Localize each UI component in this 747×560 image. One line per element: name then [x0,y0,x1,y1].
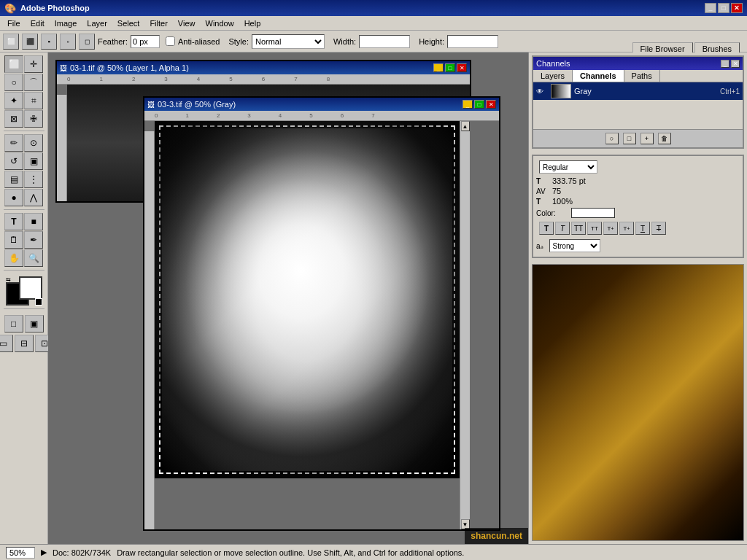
delete-channel-btn[interactable]: 🗑 [658,133,671,144]
eraser-tool[interactable]: ▣ [24,152,43,170]
shape-tool[interactable]: ■ [24,213,43,230]
channels-panel-actions: ○ □ + 🗑 [533,129,743,147]
aa-row: aₐ Strong Smooth Crisp None [536,238,740,254]
tab-paths[interactable]: Paths [624,70,660,82]
menu-select[interactable]: Select [113,18,144,29]
tab-layers[interactable]: Layers [533,70,573,82]
rect-select-btn[interactable]: ⬜ [3,34,19,50]
maximize-button[interactable]: □ [718,3,729,13]
image-window-2[interactable]: 🖼 03-3.tif @ 50% (Gray) _ □ ✕ 01234567 [143,96,500,531]
swap-colors[interactable]: ⇆ [6,276,11,283]
width-input[interactable] [359,35,410,48]
size-icon: T [536,177,549,185]
character-panel: Regular T 333.75 pt AV 75 T 100% Color: [532,155,744,258]
blur-tool[interactable]: ⋮ [24,171,43,188]
save-selection-btn[interactable]: □ [623,133,636,144]
fullscreen-btn[interactable]: ⊟ [15,335,34,352]
window1-maximize[interactable]: □ [445,63,455,72]
small-caps-btn[interactable]: TT [587,222,602,235]
faux-italic-btn[interactable]: T [555,222,570,235]
zoom-input[interactable] [6,547,35,559]
all-caps-btn[interactable]: TT [571,222,586,235]
crop-tool[interactable]: ⌗ [24,92,43,109]
style-select[interactable]: Normal Fixed Aspect Ratio Fixed Size [252,34,325,49]
channel-visibility-icon[interactable]: 👁 [536,88,548,96]
menu-layer[interactable]: Layer [82,18,112,29]
move-tool[interactable]: ✛ [24,55,43,73]
screen-mode-btn[interactable]: ▭ [0,335,13,352]
menu-filter[interactable]: Filter [145,18,171,29]
window2-controls[interactable]: _ □ ✕ [462,100,496,109]
dodge-tool[interactable]: ● [4,189,23,206]
char-font-style-row: Regular [536,159,740,175]
minimize-button[interactable]: _ [705,3,716,13]
ellipse-select-tool[interactable]: ○ [4,74,23,91]
notes-tool[interactable]: 🗒 [4,231,23,249]
pen-tool[interactable]: ⋀ [24,189,43,206]
char-color-swatch[interactable] [571,208,615,218]
scroll-up[interactable]: ▲ [461,121,470,131]
foreground-color[interactable] [19,276,42,300]
eyedropper-tool[interactable]: ✒ [24,231,43,249]
window2-maximize[interactable]: □ [474,100,484,109]
faux-bold-btn[interactable]: T [539,222,554,235]
normal-mode[interactable]: □ [4,315,23,332]
window2-canvas[interactable] [155,121,460,478]
aa-method-select[interactable]: Strong Smooth Crisp None [549,239,600,252]
magic-wand-tool[interactable]: ✦ [4,92,23,109]
superscript-btn[interactable]: T+ [603,222,618,235]
panel-min[interactable]: _ [721,60,729,68]
subscript-btn[interactable]: T+ [619,222,634,235]
window1-close[interactable]: ✕ [457,63,467,72]
type-tool[interactable]: T [4,213,23,230]
strikethrough-btn[interactable]: T [651,222,666,235]
hand-tool[interactable]: ✋ [4,249,23,267]
menu-help[interactable]: Help [240,18,266,29]
stamp-tool[interactable]: ⊙ [24,134,43,152]
menu-bar: File Edit Image Layer Select Filter View… [0,16,747,31]
v-scrollbar[interactable]: ▲ ▼ [460,121,470,529]
quick-mask-mode[interactable]: ▣ [25,315,44,332]
window2-close[interactable]: ✕ [486,100,496,109]
channel-gray[interactable]: 👁 Gray Ctrl+1 [533,82,743,100]
zoom-tool[interactable]: 🔍 [24,249,43,267]
close-button[interactable]: ✕ [731,3,743,13]
window-controls[interactable]: _ □ ✕ [705,3,743,13]
menu-edit[interactable]: Edit [26,18,49,29]
rect-select-btn5[interactable]: ◻ [79,34,95,50]
panel-close[interactable]: ✕ [731,60,740,68]
underline-btn[interactable]: T [635,222,650,235]
bottom-status: Doc: 802K/734K [53,548,111,557]
window1-controls[interactable]: _ □ ✕ [433,63,467,72]
color-picker[interactable]: ⇆ [6,276,42,306]
height-input[interactable] [447,35,498,48]
history-brush-tool[interactable]: ↺ [4,152,23,170]
window1-minimize[interactable]: _ [433,63,444,72]
menu-view[interactable]: View [174,18,200,29]
lasso-tool[interactable]: ⌒ [24,74,43,91]
window1-titlebar: 🖼 03-1.tif @ 50% (Layer 1, Alpha 1) _ □ … [57,61,470,74]
menu-file[interactable]: File [3,18,25,29]
rect-select-btn3[interactable]: ▪ [41,34,57,50]
brush-tool[interactable]: ✏ [4,134,23,152]
new-channel-btn[interactable]: + [640,133,654,144]
slice-tool[interactable]: ⊠ [4,110,23,128]
heal-tool[interactable]: ✙ [24,110,43,128]
menu-image[interactable]: Image [50,18,82,29]
window2-minimize[interactable]: _ [462,100,473,109]
panel-titlebar-controls[interactable]: _ ✕ [721,60,740,68]
gradient-tool[interactable]: ▤ [4,171,23,188]
menu-window[interactable]: Window [201,18,239,29]
antialiased-checkbox[interactable] [166,36,175,46]
type-style-row: T T TT TT T+ T+ T T [536,220,740,236]
feather-label: Feather: [98,37,128,46]
font-style-select[interactable]: Regular [539,160,597,174]
rect-select-btn2[interactable]: ⬛ [22,34,38,50]
preview-content [533,265,743,540]
rect-select-btn4[interactable]: ▫ [60,34,76,50]
load-selection-btn[interactable]: ○ [605,133,619,144]
feather-input[interactable] [131,35,160,48]
tab-channels[interactable]: Channels [573,70,624,82]
default-colors[interactable] [35,298,42,306]
rect-select-tool[interactable]: ⬜ [4,55,23,73]
